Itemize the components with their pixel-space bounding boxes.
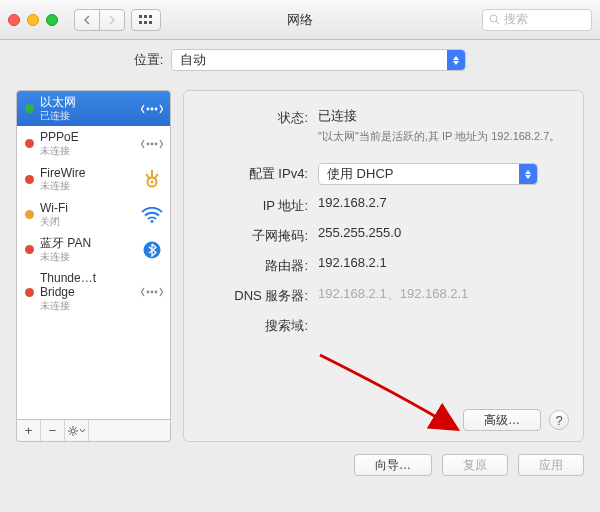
revert-button[interactable]: 复原 (442, 454, 508, 476)
wifi-icon (140, 205, 164, 225)
router-row: 路由器: 192.168.2.1 (198, 255, 569, 275)
ip-row: IP 地址: 192.168.2.7 (198, 195, 569, 215)
svg-point-19 (147, 291, 150, 294)
gear-icon (68, 426, 78, 436)
status-dot-icon (25, 288, 34, 297)
mask-row: 子网掩码: 255.255.255.0 (198, 225, 569, 245)
svg-point-9 (147, 107, 150, 110)
svg-point-18 (151, 291, 154, 294)
back-button[interactable] (74, 9, 100, 31)
assistant-button[interactable]: 向导… (354, 454, 432, 476)
svg-point-8 (151, 107, 154, 110)
location-label: 位置: (134, 51, 164, 69)
search-icon (489, 14, 500, 25)
service-item[interactable]: Wi-Fi关闭 (17, 197, 170, 232)
close-window-button[interactable] (8, 14, 20, 26)
config-ipv4-select[interactable]: 使用 DHCP (318, 163, 538, 185)
service-item[interactable]: Thunde…t Bridge未连接 (17, 267, 170, 316)
chevrons-icon (140, 99, 164, 119)
zoom-window-button[interactable] (46, 14, 58, 26)
service-status: 未连接 (40, 145, 134, 157)
service-name: 以太网 (40, 96, 134, 110)
config-ipv4-label: 配置 IPv4: (198, 163, 308, 183)
svg-rect-4 (144, 21, 147, 24)
service-name: FireWire (40, 167, 134, 181)
dns-row: DNS 服务器: 192.168.2.1、192.168.2.1 (198, 285, 569, 305)
svg-point-11 (151, 143, 154, 146)
status-label: 状态: (198, 107, 308, 127)
status-dot-icon (25, 139, 34, 148)
searchdomain-label: 搜索域: (198, 315, 308, 335)
router-value: 192.168.2.1 (318, 255, 569, 270)
ip-label: IP 地址: (198, 195, 308, 215)
router-label: 路由器: (198, 255, 308, 275)
services-list[interactable]: 以太网已连接PPPoE未连接FireWire未连接Wi-Fi关闭蓝牙 PAN未连… (16, 90, 171, 420)
advanced-row: 高级… ? (463, 409, 569, 431)
config-ipv4-value: 使用 DHCP (327, 165, 393, 183)
dns-value: 192.168.2.1、192.168.2.1 (318, 285, 569, 303)
nav-buttons (74, 9, 125, 31)
svg-point-16 (151, 220, 154, 223)
sidebar: 以太网已连接PPPoE未连接FireWire未连接Wi-Fi关闭蓝牙 PAN未连… (16, 90, 171, 442)
status-value: 已连接 (318, 107, 569, 125)
firewire-icon (140, 169, 164, 189)
status-dot-icon (25, 175, 34, 184)
traffic-lights (8, 14, 58, 26)
search-input[interactable]: 搜索 (482, 9, 592, 31)
remove-service-button[interactable]: − (41, 420, 65, 441)
detail-pane: 状态: 已连接 "以太网"当前是活跃的,其 IP 地址为 192.168.2.7… (183, 90, 584, 442)
svg-rect-3 (139, 21, 142, 24)
service-text: PPPoE未连接 (40, 131, 134, 156)
service-item[interactable]: 以太网已连接 (17, 91, 170, 126)
service-status: 关闭 (40, 216, 134, 228)
svg-line-7 (496, 21, 499, 24)
status-dot-icon (25, 245, 34, 254)
body: 以太网已连接PPPoE未连接FireWire未连接Wi-Fi关闭蓝牙 PAN未连… (0, 80, 600, 454)
service-item[interactable]: FireWire未连接 (17, 162, 170, 197)
service-text: FireWire未连接 (40, 167, 134, 192)
search-placeholder: 搜索 (504, 11, 528, 28)
svg-point-15 (151, 181, 154, 184)
service-item[interactable]: 蓝牙 PAN未连接 (17, 232, 170, 267)
service-name: 蓝牙 PAN (40, 237, 134, 251)
service-text: Wi-Fi关闭 (40, 202, 134, 227)
status-dot-icon (25, 104, 34, 113)
service-status: 未连接 (40, 251, 134, 263)
config-ipv4-row: 配置 IPv4: 使用 DHCP (198, 163, 569, 185)
service-text: 蓝牙 PAN未连接 (40, 237, 134, 262)
service-status: 已连接 (40, 110, 134, 122)
mask-label: 子网掩码: (198, 225, 308, 245)
mask-value: 255.255.255.0 (318, 225, 569, 240)
dns-label: DNS 服务器: (198, 285, 308, 305)
help-button[interactable]: ? (549, 410, 569, 430)
show-all-button[interactable] (131, 9, 161, 31)
chevrons-icon (140, 134, 164, 154)
chevron-updown-icon (447, 50, 465, 70)
location-bar: 位置: 自动 (0, 40, 600, 80)
add-service-button[interactable]: + (17, 420, 41, 441)
chevron-updown-icon (519, 164, 537, 184)
status-row: 状态: 已连接 "以太网"当前是活跃的,其 IP 地址为 192.168.2.7… (198, 107, 569, 143)
svg-point-12 (147, 143, 150, 146)
service-status: 未连接 (40, 180, 134, 192)
service-status: 未连接 (40, 300, 134, 312)
minimize-window-button[interactable] (27, 14, 39, 26)
forward-button[interactable] (99, 9, 125, 31)
svg-point-13 (155, 143, 158, 146)
service-name: Wi-Fi (40, 202, 134, 216)
service-item[interactable]: PPPoE未连接 (17, 126, 170, 161)
service-name: PPPoE (40, 131, 134, 145)
service-actions-button[interactable] (65, 420, 89, 441)
searchdomain-row: 搜索域: (198, 315, 569, 335)
svg-point-21 (71, 429, 75, 433)
bluetooth-icon (140, 240, 164, 260)
svg-rect-1 (144, 15, 147, 18)
svg-rect-5 (149, 21, 152, 24)
apply-button[interactable]: 应用 (518, 454, 584, 476)
svg-rect-2 (149, 15, 152, 18)
advanced-button[interactable]: 高级… (463, 409, 541, 431)
svg-point-6 (490, 15, 497, 22)
chevrons-icon (140, 282, 164, 302)
location-select[interactable]: 自动 (171, 49, 466, 71)
status-dot-icon (25, 210, 34, 219)
